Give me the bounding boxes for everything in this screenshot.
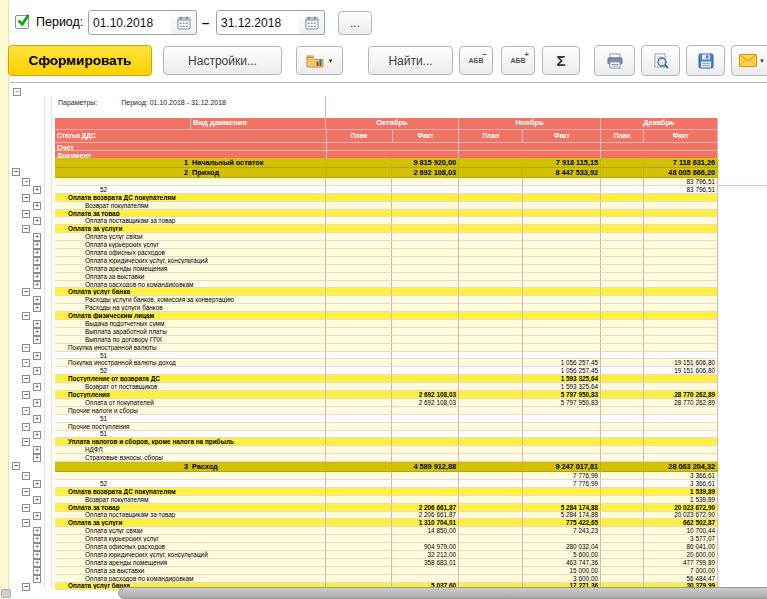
cell-november-plan[interactable]	[459, 288, 523, 296]
cell-november-fact[interactable]: 463 747,36	[523, 559, 601, 567]
cell-november-plan[interactable]	[459, 281, 523, 289]
cell-november-fact[interactable]	[523, 431, 601, 439]
cell-october-fact[interactable]	[392, 328, 459, 336]
row-label-cell[interactable]: Возврат покупателям	[55, 496, 326, 504]
cell-november-fact[interactable]	[523, 296, 601, 304]
cell-october-fact[interactable]	[392, 281, 459, 289]
expand-toggle[interactable]: +	[33, 186, 41, 194]
row-label-cell[interactable]: Выплата по договору ГПХ	[55, 336, 326, 344]
cell-october-fact[interactable]	[392, 480, 459, 488]
cell-october-fact[interactable]	[392, 472, 459, 480]
cell-december-plan[interactable]	[601, 296, 644, 304]
row-label-cell[interactable]: 2Приход	[55, 168, 326, 178]
row-label-cell[interactable]: Оплата офисных расходов	[55, 543, 326, 551]
expand-toggle[interactable]: +	[33, 431, 41, 439]
cell-november-fact[interactable]	[523, 210, 601, 218]
cell-november-fact[interactable]: 5 797 950,83	[523, 391, 601, 399]
cell-november-plan[interactable]	[459, 168, 523, 178]
cell-october-fact[interactable]	[392, 194, 459, 202]
row-label-cell[interactable]: Возврат покупателям	[55, 202, 326, 210]
cell-november-fact[interactable]	[523, 446, 601, 454]
cell-october-fact[interactable]	[392, 249, 459, 257]
cell-october-fact[interactable]	[392, 257, 459, 265]
generate-button[interactable]: Сформировать	[8, 45, 152, 76]
cell-december-fact[interactable]: 3 577,07	[644, 535, 718, 543]
cell-october-plan[interactable]	[326, 186, 392, 194]
cell-december-fact[interactable]	[644, 257, 718, 265]
cell-december-fact[interactable]: 20 023 672,90	[644, 512, 718, 520]
row-label-cell[interactable]: Прочие налоги и сборы	[55, 407, 326, 415]
cell-november-fact[interactable]	[523, 320, 601, 328]
cell-october-plan[interactable]	[326, 391, 392, 399]
cell-november-fact[interactable]	[523, 423, 601, 431]
cell-october-plan[interactable]	[326, 480, 392, 488]
row-label-cell[interactable]: Оплата аренды помещения	[55, 265, 326, 273]
cell-november-fact[interactable]: 7 776,99	[523, 480, 601, 488]
sum-button[interactable]: Σ	[542, 46, 580, 75]
cell-november-plan[interactable]	[459, 462, 523, 472]
collapse-toggle[interactable]: −	[22, 423, 30, 431]
cell-november-plan[interactable]	[459, 352, 523, 360]
cell-october-fact[interactable]	[392, 454, 459, 462]
cell-december-fact[interactable]	[644, 225, 718, 233]
cell-november-fact[interactable]	[523, 202, 601, 210]
cell-november-fact[interactable]	[523, 438, 601, 446]
expand-toggle[interactable]: +	[33, 257, 41, 265]
cell-december-plan[interactable]	[601, 359, 644, 367]
cell-november-fact[interactable]	[523, 488, 601, 496]
cell-december-fact[interactable]	[644, 352, 718, 360]
cell-october-plan[interactable]	[326, 431, 392, 439]
row-label-cell[interactable]: Оплата за услуги	[55, 225, 326, 233]
collapse-toggle[interactable]: −	[22, 438, 30, 446]
row-label-cell[interactable]: 51	[55, 415, 326, 423]
cell-november-fact[interactable]: 280 032,04	[523, 543, 601, 551]
cell-november-plan[interactable]	[459, 472, 523, 480]
row-label-cell[interactable]: Покупка иностранной валюты доход	[55, 359, 326, 367]
cell-december-fact[interactable]: 28 770 262,89	[644, 399, 718, 407]
cell-december-plan[interactable]	[601, 352, 644, 360]
cell-october-plan[interactable]	[326, 527, 392, 535]
row-label-cell[interactable]: Выплата заработной платы	[55, 328, 326, 336]
cell-october-fact[interactable]: 14 850,00	[392, 527, 459, 535]
cell-november-plan[interactable]	[459, 312, 523, 320]
cell-december-fact[interactable]: 48 005 666,20	[644, 168, 718, 178]
cell-december-fact[interactable]: 3 366,61	[644, 480, 718, 488]
cell-october-fact[interactable]	[392, 383, 459, 391]
cell-december-fact[interactable]: 28 770 262,89	[644, 391, 718, 399]
cell-november-plan[interactable]	[459, 249, 523, 257]
cell-december-plan[interactable]	[601, 391, 644, 399]
cell-december-fact[interactable]: 662 502,87	[644, 519, 718, 527]
cell-november-plan[interactable]	[459, 233, 523, 241]
cell-october-plan[interactable]	[326, 336, 392, 344]
cell-october-fact[interactable]	[392, 567, 459, 575]
cell-october-fact[interactable]	[392, 312, 459, 320]
cell-december-plan[interactable]	[601, 328, 644, 336]
collapse-toggle[interactable]: −	[22, 488, 30, 496]
cell-december-plan[interactable]	[601, 446, 644, 454]
cell-december-fact[interactable]	[644, 233, 718, 241]
expand-toggle[interactable]: +	[33, 233, 41, 241]
collapse-toggle[interactable]: −	[22, 312, 30, 320]
cell-october-plan[interactable]	[326, 273, 392, 281]
cell-december-plan[interactable]	[601, 512, 644, 520]
expand-toggle[interactable]: +	[33, 496, 41, 504]
collapse-toggle[interactable]: −	[22, 519, 30, 527]
cell-december-fact[interactable]: 83 796,51	[644, 178, 718, 186]
cell-october-fact[interactable]: 32 212,00	[392, 551, 459, 559]
cell-november-plan[interactable]	[459, 304, 523, 312]
cell-november-fact[interactable]: 15 000,00	[523, 567, 601, 575]
cell-november-plan[interactable]	[459, 551, 523, 559]
cell-november-plan[interactable]	[459, 519, 523, 527]
cell-october-fact[interactable]	[392, 344, 459, 352]
cell-october-plan[interactable]	[326, 304, 392, 312]
cell-december-fact[interactable]	[644, 336, 718, 344]
cell-october-fact[interactable]	[392, 265, 459, 273]
cell-december-plan[interactable]	[601, 210, 644, 218]
cell-october-plan[interactable]	[326, 312, 392, 320]
cell-december-plan[interactable]	[601, 454, 644, 462]
cell-october-plan[interactable]	[326, 543, 392, 551]
row-label-cell[interactable]: Страховые взносы, сборы	[55, 454, 326, 462]
cell-november-plan[interactable]	[459, 446, 523, 454]
cell-december-plan[interactable]	[601, 158, 644, 168]
cell-october-fact[interactable]	[392, 423, 459, 431]
